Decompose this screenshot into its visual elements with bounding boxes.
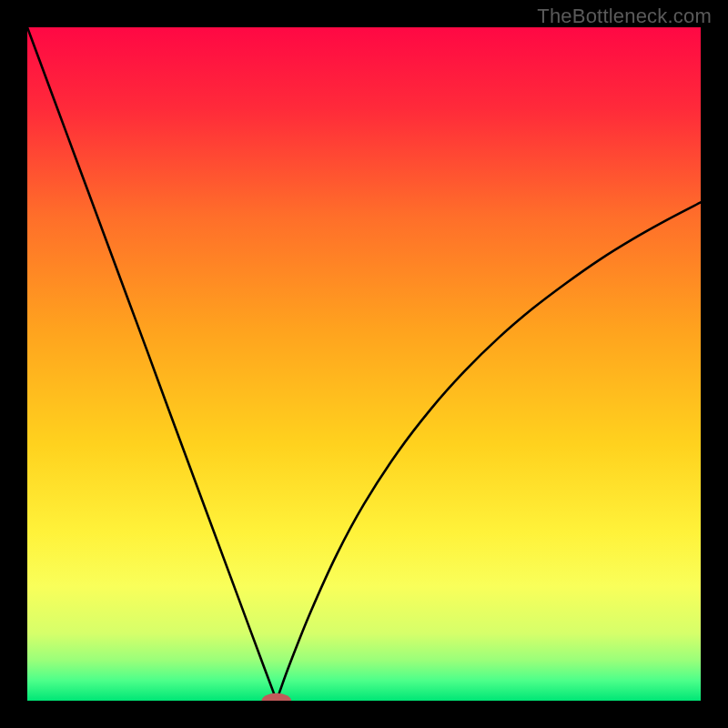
gradient-background [27,27,701,701]
watermark-text: TheBottleneck.com [537,5,712,28]
chart-svg [27,27,701,701]
plot-area [27,27,701,701]
chart-container: TheBottleneck.com [0,0,728,728]
